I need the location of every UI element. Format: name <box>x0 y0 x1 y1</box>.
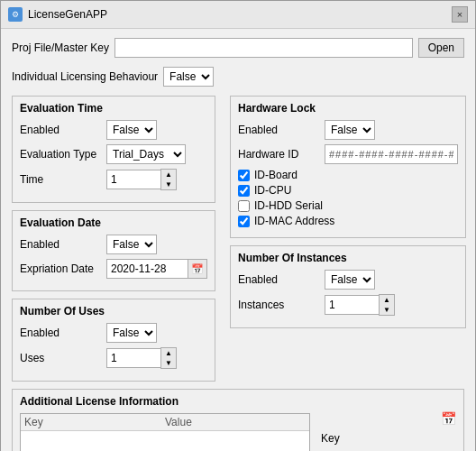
eval-time-input[interactable] <box>106 170 160 189</box>
uses-spinner: ▲ ▼ <box>106 347 177 369</box>
hardware-lock-title: Hardware Lock <box>238 102 458 115</box>
instances-enabled-row: Enabled False True <box>238 270 458 290</box>
id-cpu-label: ID-CPU <box>254 184 291 197</box>
eval-type-select[interactable]: Trial_Days Trial_Hours <box>106 144 186 164</box>
col-value-header: Value <box>165 416 306 428</box>
eval-time-enabled-select[interactable]: False True <box>106 120 157 140</box>
checkbox-id-mac: ID-MAC Address <box>238 215 458 227</box>
uses-up-btn[interactable]: ▲ <box>161 348 176 358</box>
checkbox-id-board: ID-Board <box>238 169 458 181</box>
hw-checkboxes: ID-Board ID-CPU ID-HDD Serial ID-MA <box>238 169 458 227</box>
id-mac-label: ID-MAC Address <box>254 215 334 227</box>
eval-time-down-btn[interactable]: ▼ <box>161 179 176 189</box>
number-of-uses-title: Number Of Uses <box>20 305 207 318</box>
main-content: Proj File/Master Key Open Individual Lic… <box>1 29 475 451</box>
individual-licensing-select[interactable]: False True <box>163 67 214 87</box>
uses-enabled-label: Enabled <box>20 327 101 339</box>
main-two-col: Evaluation Time Enabled False True Evalu… <box>12 96 464 389</box>
hw-enabled-row: Enabled False True <box>238 120 458 140</box>
eval-time-label: Time <box>20 173 101 186</box>
calendar-button[interactable]: 📅 <box>188 259 207 279</box>
hw-id-input[interactable] <box>325 144 458 164</box>
eval-type-label: Evaluation Type <box>20 148 101 161</box>
app-window: ⚙ LicenseGenAPP × Proj File/Master Key O… <box>0 0 476 451</box>
col-key-header: Key <box>24 416 165 428</box>
close-button[interactable]: × <box>452 6 468 23</box>
additional-license-title: Additional License Information <box>20 395 456 408</box>
eval-time-row: Time ▲ ▼ <box>20 169 207 190</box>
eval-date-enabled-select[interactable]: False True <box>106 235 157 254</box>
checkbox-id-hdd: ID-HDD Serial <box>238 199 458 212</box>
eval-time-enabled-row: Enabled False True <box>20 120 207 140</box>
calendar-icon-area: 📅 <box>321 411 456 426</box>
evaluation-time-section: Evaluation Time Enabled False True Evalu… <box>12 96 215 203</box>
hw-id-row: Hardware ID <box>238 144 458 164</box>
app-icon: ⚙ <box>8 7 23 22</box>
expiration-date-input[interactable] <box>106 259 188 279</box>
number-of-instances-section: Number Of Instances Enabled False True I… <box>230 245 466 328</box>
instances-enabled-select[interactable]: False True <box>325 270 375 290</box>
hardware-lock-section: Hardware Lock Enabled False True Hardwar… <box>230 96 466 238</box>
individual-licensing-row: Individual Licensing Behaviour False Tru… <box>12 67 464 87</box>
instances-down-btn[interactable]: ▼ <box>380 305 394 315</box>
hw-id-label: Hardware ID <box>238 148 319 161</box>
expiration-date-row: Expriation Date 📅 <box>20 259 207 279</box>
instances-input[interactable] <box>325 295 379 315</box>
calendar-icon[interactable]: 📅 <box>441 411 456 426</box>
eval-time-enabled-label: Enabled <box>20 124 101 136</box>
individual-licensing-label: Individual Licensing Behaviour <box>12 70 158 83</box>
uses-input[interactable] <box>106 348 160 368</box>
hw-enabled-select[interactable]: False True <box>325 120 375 140</box>
id-board-label: ID-Board <box>254 169 298 181</box>
number-of-uses-section: Number Of Uses Enabled False True Uses <box>12 299 215 382</box>
proj-row: Proj File/Master Key Open <box>12 38 464 58</box>
uses-row: Uses ▲ ▼ <box>20 347 207 369</box>
id-hdd-label: ID-HDD Serial <box>254 199 323 212</box>
instances-label: Instances <box>238 299 319 311</box>
proj-file-input[interactable] <box>114 38 413 58</box>
id-hdd-checkbox[interactable] <box>238 200 250 212</box>
uses-down-btn[interactable]: ▼ <box>161 358 176 368</box>
evaluation-date-title: Evaluation Date <box>20 216 207 229</box>
open-button[interactable]: Open <box>418 38 464 58</box>
id-cpu-checkbox[interactable] <box>238 185 250 197</box>
checkbox-id-cpu: ID-CPU <box>238 184 458 197</box>
evaluation-date-section: Evaluation Date Enabled False True Expri… <box>12 210 215 291</box>
uses-spinner-btns: ▲ ▼ <box>160 347 177 369</box>
evaluation-time-title: Evaluation Time <box>20 102 207 115</box>
uses-enabled-select[interactable]: False True <box>106 323 157 343</box>
instances-enabled-label: Enabled <box>238 273 319 286</box>
uses-enabled-row: Enabled False True <box>20 323 207 343</box>
additional-inner: Key Value 📅 Key Vlaue Add Remove <box>20 413 456 451</box>
additional-right-panel: 📅 Key Vlaue Add Remove <box>321 413 456 451</box>
additional-license-section: Additional License Information Key Value… <box>12 389 464 451</box>
eval-time-spinner: ▲ ▼ <box>106 169 177 190</box>
expiration-date-label: Expriation Date <box>20 262 101 275</box>
hw-enabled-label: Enabled <box>238 124 319 136</box>
proj-label: Proj File/Master Key <box>12 41 109 54</box>
instances-spinner: ▲ ▼ <box>325 294 395 316</box>
key-label: Key <box>321 432 456 445</box>
instances-row: Instances ▲ ▼ <box>238 294 458 316</box>
title-bar: ⚙ LicenseGenAPP × <box>1 1 475 29</box>
instances-spinner-btns: ▲ ▼ <box>379 294 395 316</box>
eval-date-enabled-row: Enabled False True <box>20 235 207 254</box>
id-board-checkbox[interactable] <box>238 170 250 181</box>
expiration-date-wrap: 📅 <box>106 259 207 279</box>
additional-table: Key Value <box>20 413 310 451</box>
number-of-instances-title: Number Of Instances <box>238 252 458 264</box>
right-column: Hardware Lock Enabled False True Hardwar… <box>230 96 466 389</box>
eval-time-up-btn[interactable]: ▲ <box>161 170 176 179</box>
table-header: Key Value <box>21 414 309 431</box>
additional-table-area: Key Value <box>20 413 310 451</box>
eval-time-spinner-btns: ▲ ▼ <box>160 169 177 190</box>
window-title: LicenseGenAPP <box>28 8 107 21</box>
id-mac-checkbox[interactable] <box>238 216 250 227</box>
eval-date-enabled-label: Enabled <box>20 238 101 251</box>
instances-up-btn[interactable]: ▲ <box>380 295 394 305</box>
left-column: Evaluation Time Enabled False True Evalu… <box>12 96 215 389</box>
eval-type-row: Evaluation Type Trial_Days Trial_Hours <box>20 144 207 164</box>
uses-label: Uses <box>20 352 101 364</box>
